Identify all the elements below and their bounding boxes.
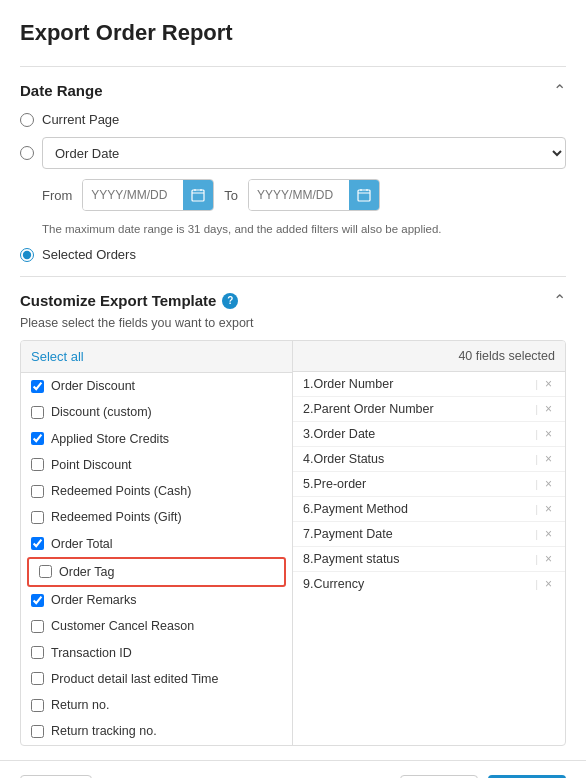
from-date-input[interactable]: [83, 180, 183, 210]
order-date-radio[interactable]: [20, 146, 34, 160]
current-page-row: Current Page: [20, 112, 566, 127]
reset-button[interactable]: Reset: [20, 775, 92, 778]
field-separator: |: [535, 428, 538, 440]
field-remove-button[interactable]: ×: [542, 552, 555, 566]
checkbox-order_tag[interactable]: [39, 565, 52, 578]
date-type-select[interactable]: Order Date Created Date Updated Date: [42, 137, 566, 169]
label-order_total[interactable]: Order Total: [51, 536, 113, 552]
checkbox-discount_custom[interactable]: [31, 406, 44, 419]
checkbox-redeemed_points_cash[interactable]: [31, 485, 44, 498]
checkbox-item-order_total: Order Total: [21, 531, 292, 557]
checkbox-point_discount[interactable]: [31, 458, 44, 471]
field-separator: |: [535, 528, 538, 540]
date-range-chevron[interactable]: ⌃: [553, 81, 566, 100]
to-date-wrapper: [248, 179, 380, 211]
customize-header: Customize Export Template ? ⌃: [20, 291, 566, 310]
select-all-link[interactable]: Select all: [31, 349, 84, 364]
checkbox-order_remarks[interactable]: [31, 594, 44, 607]
customize-export-section: Customize Export Template ? ⌃ Please sel…: [20, 276, 566, 746]
checkbox-item-applied_store_credits: Applied Store Credits: [21, 426, 292, 452]
checkbox-transaction_id[interactable]: [31, 646, 44, 659]
cancel-button[interactable]: Cancel: [400, 775, 478, 778]
field-label: 7.Payment Date: [303, 527, 393, 541]
field-label: 2.Parent Order Number: [303, 402, 434, 416]
customize-chevron[interactable]: ⌃: [553, 291, 566, 310]
checkbox-item-redeemed_points_cash: Redeemed Points (Cash): [21, 478, 292, 504]
checkbox-product_detail_last_edited[interactable]: [31, 672, 44, 685]
svg-rect-0: [192, 190, 204, 201]
label-customer_cancel_reason[interactable]: Customer Cancel Reason: [51, 618, 194, 634]
label-return_tracking_no[interactable]: Return tracking no.: [51, 723, 157, 739]
export-button[interactable]: Export: [488, 775, 566, 778]
customize-title: Customize Export Template: [20, 292, 216, 309]
field-remove-button[interactable]: ×: [542, 402, 555, 416]
label-return_no[interactable]: Return no.: [51, 697, 109, 713]
checkbox-item-order_tag: Order Tag: [27, 557, 286, 587]
checkbox-item-return_no: Return no.: [21, 692, 292, 718]
help-icon[interactable]: ?: [222, 293, 238, 309]
label-redeemed_points_cash[interactable]: Redeemed Points (Cash): [51, 483, 191, 499]
field-label: 9.Currency: [303, 577, 364, 591]
field-remove-button[interactable]: ×: [542, 427, 555, 441]
checkbox-applied_store_credits[interactable]: [31, 432, 44, 445]
label-order_remarks[interactable]: Order Remarks: [51, 592, 136, 608]
from-date-calendar-button[interactable]: [183, 180, 213, 210]
label-product_detail_last_edited[interactable]: Product detail last edited Time: [51, 671, 218, 687]
current-page-radio[interactable]: [20, 113, 34, 127]
label-point_discount[interactable]: Point Discount: [51, 457, 132, 473]
right-fields-container: 1.Order Number|×2.Parent Order Number|×3…: [293, 372, 565, 596]
footer: Reset Cancel Export: [0, 760, 586, 778]
field-remove-button[interactable]: ×: [542, 577, 555, 591]
field-separator: |: [535, 553, 538, 565]
label-discount_custom[interactable]: Discount (custom): [51, 404, 152, 420]
checkbox-redeemed_points_gift[interactable]: [31, 511, 44, 524]
right-panel: 40 fields selected 1.Order Number|×2.Par…: [293, 341, 565, 745]
label-applied_store_credits[interactable]: Applied Store Credits: [51, 431, 169, 447]
checkbox-customer_cancel_reason[interactable]: [31, 620, 44, 633]
field-row: 6.Payment Method|×: [293, 497, 565, 522]
field-separator: |: [535, 403, 538, 415]
order-date-row: Order Date Created Date Updated Date: [20, 137, 566, 169]
field-row: 4.Order Status|×: [293, 447, 565, 472]
checkbox-item-order_discount: Order Discount: [21, 373, 292, 399]
checkbox-order_discount[interactable]: [31, 380, 44, 393]
checkbox-item-return_tracking_no: Return tracking no.: [21, 718, 292, 744]
checkbox-item-product_detail_last_edited: Product detail last edited Time: [21, 666, 292, 692]
field-separator: |: [535, 478, 538, 490]
label-order_tag[interactable]: Order Tag: [59, 564, 114, 580]
checkbox-order_total[interactable]: [31, 537, 44, 550]
checkbox-item-discount_custom: Discount (custom): [21, 399, 292, 425]
field-row: 7.Payment Date|×: [293, 522, 565, 547]
selected-orders-radio[interactable]: [20, 248, 34, 262]
field-row: 8.Payment status|×: [293, 547, 565, 572]
label-transaction_id[interactable]: Transaction ID: [51, 645, 132, 661]
date-range-header: Date Range ⌃: [20, 81, 566, 100]
current-page-label[interactable]: Current Page: [42, 112, 119, 127]
field-row: 1.Order Number|×: [293, 372, 565, 397]
field-remove-button[interactable]: ×: [542, 377, 555, 391]
to-date-input[interactable]: [249, 180, 349, 210]
field-label: 6.Payment Method: [303, 502, 408, 516]
date-range-inputs: From To: [42, 179, 566, 211]
checkbox-item-transaction_id: Transaction ID: [21, 640, 292, 666]
label-redeemed_points_gift[interactable]: Redeemed Points (Gift): [51, 509, 182, 525]
left-fields-container: Order DiscountDiscount (custom)Applied S…: [21, 373, 292, 745]
from-label: From: [42, 188, 72, 203]
field-remove-button[interactable]: ×: [542, 477, 555, 491]
label-order_discount[interactable]: Order Discount: [51, 378, 135, 394]
checkbox-return_no[interactable]: [31, 699, 44, 712]
svg-rect-4: [358, 190, 370, 201]
field-label: 4.Order Status: [303, 452, 384, 466]
checkbox-item-customer_cancel_reason: Customer Cancel Reason: [21, 613, 292, 639]
field-separator: |: [535, 503, 538, 515]
field-remove-button[interactable]: ×: [542, 452, 555, 466]
to-date-calendar-button[interactable]: [349, 180, 379, 210]
calendar-icon: [191, 188, 205, 202]
checkbox-return_tracking_no[interactable]: [31, 725, 44, 738]
selected-orders-label[interactable]: Selected Orders: [42, 247, 136, 262]
field-row: 5.Pre-order|×: [293, 472, 565, 497]
field-remove-button[interactable]: ×: [542, 502, 555, 516]
field-remove-button[interactable]: ×: [542, 527, 555, 541]
right-panel-header: 40 fields selected: [293, 341, 565, 372]
customize-title-row: Customize Export Template ?: [20, 292, 238, 309]
